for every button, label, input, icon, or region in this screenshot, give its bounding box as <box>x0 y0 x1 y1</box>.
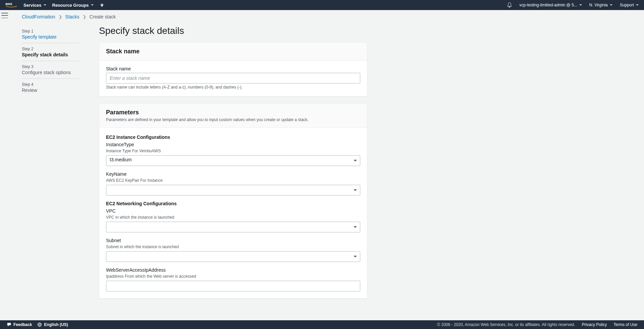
breadcrumb-cloudformation[interactable]: CloudFormation <box>22 14 55 19</box>
steps-sidebar: Step 1 Specify template Step 2 Specify s… <box>22 25 79 305</box>
panel-body: Stack name Stack name can include letter… <box>99 61 367 96</box>
header-left: aws Services Resource Groups <box>5 1 104 9</box>
step-4: Step 4 Review <box>22 79 79 96</box>
hamburger-icon <box>1 13 8 18</box>
chevron-down-icon <box>91 4 94 6</box>
breadcrumb-stacks[interactable]: Stacks <box>65 14 79 19</box>
step-3: Step 3 Configure stack options <box>22 61 79 79</box>
header-right: vcp-testing-limitted-admin @ 5... N. Vir… <box>507 2 639 8</box>
subnet-field: Subnet Subnet in which the instance is l… <box>106 238 360 262</box>
account-menu[interactable]: vcp-testing-limitted-admin @ 5... <box>520 3 582 7</box>
field-label: VPC <box>106 208 360 214</box>
stack-name-hint: Stack name can include letters (A-Z and … <box>106 85 360 90</box>
panel-header: Parameters Parameters are defined in you… <box>99 104 367 128</box>
step-label: Configure stack options <box>22 70 79 75</box>
breadcrumb: CloudFormation ❯ Stacks ❯ Create stack <box>22 14 500 19</box>
main-form: Specify stack details Stack name Stack n… <box>99 25 367 305</box>
content-area: CloudFormation ❯ Stacks ❯ Create stack S… <box>10 10 513 315</box>
step-num: Step 3 <box>22 64 79 69</box>
svg-text:aws: aws <box>5 2 12 6</box>
chevron-down-icon <box>636 4 639 6</box>
panel-title: Stack name <box>106 48 360 55</box>
step-1[interactable]: Step 1 Specify template <box>22 25 79 43</box>
wizard-layout: Step 1 Specify template Step 2 Specify s… <box>22 25 500 305</box>
key-name-select[interactable] <box>106 185 360 196</box>
pin-icon <box>100 3 104 7</box>
parameters-panel: Parameters Parameters are defined in you… <box>99 103 367 298</box>
services-menu[interactable]: Services <box>23 3 46 8</box>
resource-groups-label: Resource Groups <box>52 3 89 8</box>
account-label: vcp-testing-limitted-admin @ 5... <box>520 3 577 7</box>
region-menu[interactable]: N. Virginia <box>589 3 612 7</box>
field-label: Subnet <box>106 238 360 243</box>
panel-subtitle: Parameters are defined in your template … <box>106 117 360 122</box>
field-label: InstanceType <box>106 142 360 147</box>
sidebar-toggle[interactable] <box>1 13 8 18</box>
vpc-select[interactable] <box>106 222 360 232</box>
step-num: Step 2 <box>22 47 79 51</box>
chevron-down-icon <box>579 4 582 6</box>
key-name-field: KeyName AWS EC2 KeyPair For Instance <box>106 171 360 196</box>
region-label: N. Virginia <box>589 3 608 7</box>
bell-icon <box>507 2 512 8</box>
aws-logo-icon: aws <box>5 1 17 9</box>
page-title: Specify stack details <box>99 25 367 36</box>
page-wrapper: CloudFormation ❯ Stacks ❯ Create stack S… <box>0 10 644 315</box>
step-label: Review <box>22 88 79 93</box>
step-num: Step 1 <box>22 29 79 34</box>
field-hint: AWS EC2 KeyPair For Instance <box>106 178 360 183</box>
services-label: Services <box>23 3 42 8</box>
step-label: Specify stack details <box>22 52 79 57</box>
vpc-field: VPC VPC in which the instance is launche… <box>106 208 360 232</box>
panel-title: Parameters <box>106 109 360 116</box>
panel-body: EC2 Instance Configurations InstanceType… <box>99 128 367 298</box>
ec2-networking-heading: EC2 Networking Configurations <box>106 201 360 206</box>
field-hint: Instance Type For VembuAWS <box>106 149 360 153</box>
chevron-right-icon: ❯ <box>59 14 62 19</box>
step-2: Step 2 Specify stack details <box>22 43 79 61</box>
support-label: Support <box>620 3 634 7</box>
webserver-ip-input[interactable] <box>106 281 360 291</box>
notifications-button[interactable] <box>507 2 512 8</box>
resource-groups-menu[interactable]: Resource Groups <box>52 3 94 8</box>
aws-logo[interactable]: aws <box>5 1 17 9</box>
instance-type-select[interactable]: t3.medium <box>106 155 360 166</box>
chevron-down-icon <box>610 4 612 6</box>
breadcrumb-current: Create stack <box>90 14 116 19</box>
stack-name-label: Stack name <box>106 66 360 71</box>
panel-header: Stack name <box>99 43 367 61</box>
field-label: WebServerAccessIpAddress <box>106 267 360 273</box>
support-menu[interactable]: Support <box>620 3 639 7</box>
field-hint: Ipaddress From which the Web server is a… <box>106 274 360 279</box>
stack-name-input[interactable] <box>106 73 360 84</box>
top-header: aws Services Resource Groups vcp-testing… <box>0 0 644 10</box>
stack-name-panel: Stack name Stack name Stack name can inc… <box>99 42 367 97</box>
step-num: Step 4 <box>22 82 79 87</box>
ec2-instance-heading: EC2 Instance Configurations <box>106 134 360 140</box>
field-label: KeyName <box>106 171 360 177</box>
field-hint: Subnet in which the instance is launched <box>106 244 360 249</box>
chevron-down-icon <box>44 4 46 6</box>
subnet-select[interactable] <box>106 251 360 262</box>
field-hint: VPC in which the instance is launched <box>106 215 360 220</box>
pin-button[interactable] <box>100 3 104 7</box>
instance-type-field: InstanceType Instance Type For VembuAWS … <box>106 142 360 166</box>
chevron-right-icon: ❯ <box>83 14 86 19</box>
step-label: Specify template <box>22 34 79 40</box>
webserver-ip-field: WebServerAccessIpAddress Ipaddress From … <box>106 267 360 291</box>
